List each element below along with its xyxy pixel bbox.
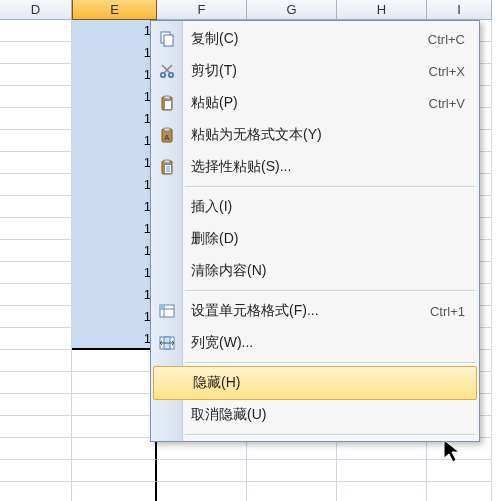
cell-E[interactable] bbox=[72, 438, 157, 460]
cell-E[interactable]: 1 bbox=[72, 328, 157, 350]
cell-E[interactable]: 1 bbox=[72, 20, 157, 42]
cell-D[interactable] bbox=[0, 284, 72, 306]
cell-E[interactable]: 1 bbox=[72, 284, 157, 306]
column-header-I[interactable]: I bbox=[427, 0, 492, 20]
cell-F[interactable] bbox=[157, 482, 247, 501]
cell-D[interactable] bbox=[0, 108, 72, 130]
menu-shortcut: Ctrl+1 bbox=[430, 304, 465, 319]
svg-rect-8 bbox=[164, 128, 170, 131]
cell-D[interactable] bbox=[0, 350, 72, 372]
cell-G[interactable] bbox=[247, 460, 337, 482]
scissors-icon bbox=[157, 61, 177, 81]
menu-label: 列宽(W)... bbox=[191, 334, 465, 352]
menu-item-insert[interactable]: 插入(I) bbox=[151, 191, 479, 223]
svg-rect-14 bbox=[160, 305, 164, 309]
cell-D[interactable] bbox=[0, 460, 72, 482]
column-header-D[interactable]: D bbox=[0, 0, 72, 20]
column-header-H[interactable]: H bbox=[337, 0, 427, 20]
menu-item-delete[interactable]: 删除(D) bbox=[151, 223, 479, 255]
cell-E[interactable]: 1 bbox=[72, 108, 157, 130]
menu-item-column-width[interactable]: 列宽(W)... bbox=[151, 327, 479, 359]
svg-rect-1 bbox=[164, 35, 173, 46]
menu-item-clear[interactable]: 清除内容(N) bbox=[151, 255, 479, 287]
table-row bbox=[0, 460, 502, 482]
menu-shortcut: Ctrl+V bbox=[429, 96, 465, 111]
cell-E[interactable]: 1 bbox=[72, 152, 157, 174]
menu-item-unhide[interactable]: 取消隐藏(U) bbox=[151, 399, 479, 431]
cell-D[interactable] bbox=[0, 130, 72, 152]
column-header-F[interactable]: F bbox=[157, 0, 247, 20]
cell-D[interactable] bbox=[0, 20, 72, 42]
cell-I[interactable] bbox=[427, 460, 492, 482]
column-header-G[interactable]: G bbox=[247, 0, 337, 20]
menu-label: 剪切(T) bbox=[191, 62, 429, 80]
cell-E[interactable]: 1 bbox=[72, 130, 157, 152]
cell-D[interactable] bbox=[0, 174, 72, 196]
cell-E[interactable]: 1 bbox=[72, 218, 157, 240]
menu-label: 粘贴(P) bbox=[191, 94, 429, 112]
menu-label: 选择性粘贴(S)... bbox=[191, 158, 465, 176]
cell-E[interactable]: 1 bbox=[72, 64, 157, 86]
cell-D[interactable] bbox=[0, 438, 72, 460]
cell-E[interactable]: 1 bbox=[72, 240, 157, 262]
cell-H[interactable] bbox=[337, 460, 427, 482]
cell-F[interactable] bbox=[157, 460, 247, 482]
cell-D[interactable] bbox=[0, 482, 72, 501]
cell-D[interactable] bbox=[0, 86, 72, 108]
cell-D[interactable] bbox=[0, 306, 72, 328]
copy-icon bbox=[157, 29, 177, 49]
menu-shortcut: Ctrl+X bbox=[429, 64, 465, 79]
menu-label: 清除内容(N) bbox=[191, 262, 465, 280]
menu-separator bbox=[185, 290, 475, 292]
cell-D[interactable] bbox=[0, 416, 72, 438]
cell-H[interactable] bbox=[337, 482, 427, 501]
cell-E[interactable] bbox=[72, 416, 157, 438]
menu-separator bbox=[185, 186, 475, 188]
cell-E[interactable] bbox=[72, 482, 157, 501]
cell-D[interactable] bbox=[0, 196, 72, 218]
menu-item-format-cells[interactable]: 设置单元格格式(F)... Ctrl+1 bbox=[151, 295, 479, 327]
column-header-row: DEFGHI bbox=[0, 0, 502, 20]
cell-E[interactable] bbox=[72, 372, 157, 394]
menu-label: 取消隐藏(U) bbox=[191, 406, 465, 424]
cell-E[interactable]: 1 bbox=[72, 174, 157, 196]
column-width-icon bbox=[157, 333, 177, 353]
menu-shortcut: Ctrl+C bbox=[428, 32, 465, 47]
menu-item-copy[interactable]: 复制(C) Ctrl+C bbox=[151, 23, 479, 55]
cell-E[interactable] bbox=[72, 394, 157, 416]
menu-label: 设置单元格格式(F)... bbox=[191, 302, 430, 320]
cell-D[interactable] bbox=[0, 394, 72, 416]
menu-item-paste-special[interactable]: 选择性粘贴(S)... bbox=[151, 151, 479, 183]
menu-label: 隐藏(H) bbox=[193, 374, 463, 392]
cell-D[interactable] bbox=[0, 240, 72, 262]
cell-D[interactable] bbox=[0, 328, 72, 350]
svg-rect-6 bbox=[165, 101, 172, 110]
menu-label: 粘贴为无格式文本(Y) bbox=[191, 126, 465, 144]
column-header-E[interactable]: E bbox=[72, 0, 157, 20]
cell-E[interactable] bbox=[72, 460, 157, 482]
menu-item-hide[interactable]: 隐藏(H) bbox=[153, 366, 477, 400]
svg-rect-11 bbox=[164, 160, 170, 163]
cell-E[interactable]: 1 bbox=[72, 86, 157, 108]
svg-rect-5 bbox=[164, 96, 170, 99]
cell-E[interactable] bbox=[72, 350, 157, 372]
cell-I[interactable] bbox=[427, 482, 492, 501]
menu-label: 复制(C) bbox=[191, 30, 428, 48]
cell-D[interactable] bbox=[0, 64, 72, 86]
cell-D[interactable] bbox=[0, 218, 72, 240]
cell-D[interactable] bbox=[0, 262, 72, 284]
cell-G[interactable] bbox=[247, 482, 337, 501]
menu-item-paste-unformatted[interactable]: A 粘贴为无格式文本(Y) bbox=[151, 119, 479, 151]
cell-E[interactable]: 1 bbox=[72, 306, 157, 328]
cell-E[interactable]: 1 bbox=[72, 262, 157, 284]
menu-item-paste[interactable]: 粘贴(P) Ctrl+V bbox=[151, 87, 479, 119]
menu-separator bbox=[185, 434, 475, 436]
clipboard-icon bbox=[157, 93, 177, 113]
cell-E[interactable]: 1 bbox=[72, 42, 157, 64]
cell-D[interactable] bbox=[0, 42, 72, 64]
menu-label: 删除(D) bbox=[191, 230, 465, 248]
cell-E[interactable]: 1 bbox=[72, 196, 157, 218]
menu-item-cut[interactable]: 剪切(T) Ctrl+X bbox=[151, 55, 479, 87]
cell-D[interactable] bbox=[0, 152, 72, 174]
cell-D[interactable] bbox=[0, 372, 72, 394]
